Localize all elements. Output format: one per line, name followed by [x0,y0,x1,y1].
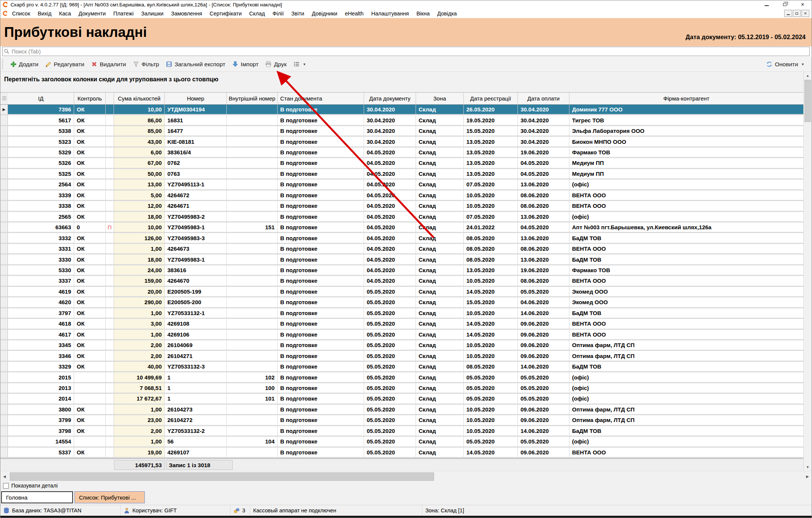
table-row[interactable]: 5330ОК24,00383616В подготовке04.05.2020С… [0,265,803,276]
search-box[interactable] [2,47,810,56]
table-row[interactable]: 3338ОК12,004264671В подготовке04.05.2020… [0,201,803,212]
search-input[interactable] [10,48,809,55]
menu-item-4[interactable]: Документи [75,11,109,17]
column-header-qty-sum[interactable]: Сума кількостей [114,93,165,104]
tab-home[interactable]: Головна [1,491,73,503]
column-header-zone[interactable]: Зона [416,93,464,104]
table-row[interactable]: 3797ОК1,00YZ70533132-1В подготовке05.05.… [0,308,803,319]
table-row[interactable]: 5325ОК50,000763В подготовке04.05.2020Скл… [0,169,803,180]
cell-control: ОК [74,330,106,339]
export-button[interactable]: Загальний експорт [162,59,229,70]
table-row[interactable]: 3800ОК1,0026104273В подготовке05.05.2020… [0,405,803,415]
table-row[interactable]: 3331ОК1,004264673В подготовке04.05.2020С… [0,244,803,254]
table-row[interactable]: 3339ОК5,004264672В подготовке04.05.2020С… [0,190,803,201]
toolbar-grip[interactable] [2,59,5,69]
column-header-number[interactable]: Номер [165,93,227,104]
app-logo-icon [2,2,8,8]
table-row[interactable]: 4617ОК1,004269106В подготовке05.05.2020С… [0,330,803,340]
cell-internal-number [227,105,278,114]
table-row[interactable]: 3330ОК18,00YZ70495983-1В подготовке04.05… [0,254,803,265]
scroll-up-icon[interactable]: ▲ [804,72,812,79]
menu-item-5[interactable]: Платежі [109,11,137,17]
table-row[interactable]: 4618ОК3,004269108В подготовке05.05.2020С… [0,319,803,329]
vertical-scroll-thumb[interactable] [804,80,811,122]
menu-item-16[interactable]: Довідка [433,11,460,17]
mdi-close-button[interactable]: ✕ [801,10,809,17]
show-details-checkbox[interactable] [3,483,9,489]
column-header-control[interactable]: Контроль [74,93,106,104]
add-button[interactable]: Додати [7,59,42,70]
scroll-right-icon[interactable]: ► [803,471,812,481]
delete-button[interactable]: Видалити [88,59,129,70]
menu-item-12[interactable]: Довідники [308,11,341,17]
table-row[interactable]: 145541,0056104В подготовке05.05.2020Скла… [0,437,803,447]
table-row[interactable]: 201417 672,671101В подготовке05.05.2020С… [0,394,803,404]
table-row[interactable]: 3332ОК126,00YZ70495983-3В подготовке04.0… [0,233,803,244]
close-button[interactable]: ✕ [794,0,812,9]
table-row[interactable]: ▶7396ОК10,00УТДМ0304194В подготовке30.04… [0,105,803,115]
menu-item-9[interactable]: Склад [246,11,269,17]
table-row[interactable]: 3798ОК2,00YZ70533132-2В подготовке05.05.… [0,426,803,437]
menu-item-8[interactable]: Сертифікати [206,11,245,17]
status-zone: Зона: Склад [1] [422,505,812,516]
table-row[interactable]: 5329ОК6,00383616/4В подготовке04.05.2020… [0,148,803,158]
table-row[interactable]: 4620ОК290,00E200505-200В подготовке05.05… [0,297,803,308]
menu-item-7[interactable]: Замовлення [167,11,206,17]
table-row[interactable]: 3346ОК2,0026104271В подготовке05.05.2020… [0,351,803,361]
table-row[interactable]: 20137 068,511100В подготовке05.05.2020Ск… [0,383,803,394]
table-row[interactable]: 3799ОК23,0026104272В подготовке05.05.202… [0,415,803,426]
menu-item-1[interactable]: Список [8,11,34,17]
table-row[interactable]: 5338ОК85,0016477В подготовке30.04.2020Ск… [0,126,803,137]
cell-qty-sum: 19,00 [114,448,165,457]
column-header-contractor[interactable]: Фірма-контрагент [569,93,804,104]
cell-reg-date: 26.05.2020 [464,105,518,114]
horizontal-scrollbar[interactable]: ◄ ► [0,471,812,481]
menu-item-2[interactable]: Вихід [34,11,55,17]
tab-list-invoices[interactable]: Список: Прибуткові ... [74,491,145,503]
table-row[interactable]: 3329ОК40,00YZ70533132-3В подготовке05.05… [0,362,803,372]
edit-button[interactable]: Редагувати [42,59,88,70]
scroll-left-icon[interactable]: ◄ [0,471,9,481]
table-row[interactable]: 5337ОК19,004269107В подготовке05.05.2020… [0,448,803,458]
row-marker [0,254,8,264]
column-header-flag[interactable] [106,93,114,104]
menu-item-14[interactable]: Налаштування [367,11,413,17]
menu-item-13[interactable]: eHealth [341,11,367,17]
cell-pay-date: 08.06.2020 [518,276,569,285]
cell-number: 0763 [165,169,227,178]
vertical-scrollbar[interactable]: ▲ ▼ [803,72,812,471]
column-header-id[interactable]: ІД [8,93,74,104]
menu-item-10[interactable]: Філії [269,11,288,17]
column-header-doc-state[interactable]: Стан документа [278,93,364,104]
table-row[interactable]: 5617ОК86,0016831В подготовке30.04.2020Ск… [0,115,803,126]
column-header-internal-number[interactable]: Внутрішній номер [227,93,278,104]
mdi-minimize-button[interactable] [784,10,792,17]
table-row[interactable]: 4619ОК20,00E200505-199В подготовке05.05.… [0,287,803,297]
table-row[interactable]: 636630П10,00YZ70495983-1151В подготовке0… [0,222,803,233]
table-row[interactable]: 5323ОК43,00KIE-08181В подготовке30.04.20… [0,137,803,147]
table-row[interactable]: 201510 499,691102В подготовке05.05.2020С… [0,372,803,383]
table-row[interactable]: 2565ОК18,00YZ70495983-2В подготовке04.05… [0,212,803,222]
menu-item-6[interactable]: Залишки [137,11,167,17]
column-header-pay-date[interactable]: Дата оплати [518,93,569,104]
column-header-reg-date[interactable]: Дата реєстрації [464,93,518,104]
restore-button[interactable] [776,0,794,9]
horizontal-scroll-thumb[interactable] [10,472,434,481]
refresh-button[interactable]: Оновити ▼ [763,59,808,70]
print-button[interactable]: Друк [262,59,290,70]
table-row[interactable]: 5326ОК67,000762В подготовке04.05.2020Скл… [0,158,803,169]
table-row[interactable]: 3345ОК2,0026104069В подготовке05.05.2020… [0,340,803,351]
minimize-button[interactable] [757,0,776,9]
import-button[interactable]: Імпорт [229,59,262,70]
table-row[interactable]: 2564ОК13,00YZ70495113-1В подготовке04.05… [0,180,803,190]
menu-item-11[interactable]: Звіти [288,11,308,17]
cell-contractor: (офіс) [569,372,804,382]
menu-item-15[interactable]: Вікна [413,11,433,17]
column-header-doc-date[interactable]: Дата документу [364,93,416,104]
table-row[interactable]: 3337ОК159,004264670В подготовке04.05.202… [0,276,803,286]
mdi-restore-button[interactable] [793,10,801,17]
filter-button[interactable]: Фільтр [129,59,162,70]
menu-item-3[interactable]: Каса [55,11,75,17]
scroll-down-icon[interactable]: ▼ [804,463,812,471]
list-view-button[interactable]: ▼ [290,59,310,70]
